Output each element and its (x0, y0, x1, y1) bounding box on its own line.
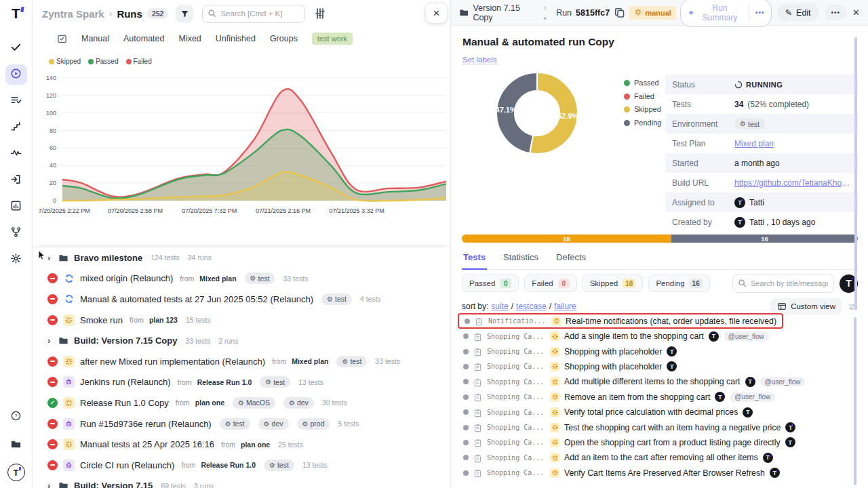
test-row[interactable]: Shopping Ca... Shopping with placeholder… (458, 359, 862, 374)
run-plan-link[interactable]: Mixed plan (199, 274, 236, 283)
env-badge[interactable]: ⚙test (220, 418, 250, 430)
close-details-button[interactable]: ✕ (852, 7, 860, 18)
sidebar-item-runs[interactable] (5, 64, 27, 85)
run-plan-link[interactable]: plan one (195, 399, 224, 407)
test-tag[interactable]: @user_flow (730, 392, 775, 402)
user-avatar[interactable]: T (734, 197, 745, 208)
run-row[interactable]: Manual tests at 25 Apr 2025 16:16frompla… (33, 434, 450, 455)
run-result-donut-chart[interactable]: 52.9%47.1% (494, 70, 580, 156)
folder-title[interactable]: Build: Version 7.15 (74, 481, 153, 488)
env-badge[interactable]: ⚙test (734, 118, 765, 129)
test-title[interactable]: Verify Cart Items Are Preserved After Br… (564, 468, 765, 478)
test-suite-name[interactable]: Notificatio... (488, 317, 547, 325)
test-title[interactable]: Add an item to the cart after removing a… (564, 453, 758, 462)
sidebar-item-branches[interactable] (5, 223, 27, 243)
test-title[interactable]: Remove an item from the shopping cart (564, 392, 710, 402)
list-scrollbar[interactable] (854, 317, 856, 485)
tab-statistics[interactable]: Statistics (502, 249, 540, 269)
test-suite-name[interactable]: Shopping Ca... (487, 378, 545, 386)
env-badge[interactable]: ⚙dev (258, 418, 289, 430)
panel-close-button[interactable]: ✕ (426, 3, 447, 23)
test-suite-name[interactable]: Shopping Ca... (487, 439, 545, 446)
run-plan-link[interactable]: plan 123 (149, 316, 178, 324)
tab-groups[interactable]: Groups (270, 34, 298, 43)
sidebar-item-steps[interactable] (5, 117, 27, 138)
test-suite-name[interactable]: Shopping Ca... (487, 424, 545, 431)
env-badge[interactable]: ⚙test (321, 293, 352, 305)
assignee-avatar[interactable]: T (785, 422, 795, 432)
filter-chip-passed[interactable]: Passed0 (462, 274, 519, 292)
test-suite-name[interactable]: Shopping Ca... (487, 409, 545, 416)
test-title[interactable]: Real-time notifications (chat, order upd… (566, 317, 776, 326)
assignee-avatar[interactable]: T (785, 437, 795, 447)
runs-search-input[interactable] (202, 5, 305, 23)
adjustments-icon[interactable] (314, 7, 326, 20)
test-row[interactable]: Shopping Ca... Open the shopping cart fr… (458, 435, 862, 450)
test-row[interactable]: Shopping Ca... Test the shopping cart wi… (458, 420, 862, 434)
test-row[interactable]: Shopping Ca... Add an item to the cart a… (458, 450, 862, 465)
test-title[interactable]: Add multiple different items to the shop… (564, 377, 741, 386)
tab-tests[interactable]: Tests (462, 249, 487, 270)
tab-unfinished[interactable]: Unfinished (216, 34, 256, 43)
set-labels-link[interactable]: Set labels (462, 56, 497, 64)
run-row[interactable]: mixed origin (Relaunch)fromMixed plan⚙te… (33, 268, 450, 289)
assignee-avatar[interactable]: T (667, 361, 677, 371)
assignee-avatar[interactable]: T (667, 346, 677, 357)
assignee-avatar[interactable]: T (745, 377, 755, 387)
tab-automated[interactable]: Automated (123, 34, 164, 43)
custom-view-button[interactable]: Custom view (770, 298, 842, 314)
env-badge[interactable]: ⚙prod (297, 418, 330, 430)
test-suite-name[interactable]: Shopping Ca... (487, 393, 545, 401)
tab-manual[interactable]: Manual (81, 34, 109, 43)
run-row[interactable]: Manual & automated tests at 27 Jun 2025 … (33, 289, 450, 310)
sort-link-failure[interactable]: failure (554, 302, 576, 311)
tag-badge-test-work[interactable]: test work (312, 33, 353, 45)
run-row[interactable]: after new Mixed run implementation (Rela… (33, 351, 450, 372)
test-title[interactable]: Shopping with placeholder (564, 362, 662, 371)
sidebar-item-sign-in[interactable] (5, 170, 27, 190)
run-title[interactable]: mixed origin (Relaunch) (80, 273, 173, 283)
sort-link-suite[interactable]: suite (491, 302, 508, 311)
chevron-right-icon[interactable]: › (47, 253, 53, 263)
filter-chip-failed[interactable]: Failed0 (524, 274, 576, 292)
run-summary-more-button[interactable]: ••• (749, 5, 771, 20)
env-badge[interactable]: ⚙test (264, 460, 294, 471)
test-row[interactable]: Shopping Ca... Verify Cart Items Are Pre… (458, 466, 862, 481)
test-row[interactable]: Shopping Ca... Shopping with placeholder… (458, 344, 862, 359)
sort-link-testcase[interactable]: testcase (516, 302, 547, 311)
test-row[interactable]: Shopping Ca... Remove an item from the s… (458, 390, 862, 405)
run-title[interactable]: Jenkins run (Relaunch) (80, 377, 171, 387)
assignee-avatar[interactable]: T (715, 392, 725, 402)
filter-chip-skipped[interactable]: Skipped18 (583, 274, 644, 292)
run-row[interactable]: ✓Release Run 1.0 Copyfromplan one⚙MacOS⚙… (33, 392, 450, 413)
sidebar-item-activity[interactable] (5, 144, 27, 164)
panel-scrollbar[interactable] (854, 37, 857, 310)
edit-button[interactable]: ✎Edit (777, 3, 819, 22)
board-check-icon[interactable] (57, 34, 67, 44)
env-badge[interactable]: ⚙MacOS (233, 397, 275, 409)
run-plan-link[interactable]: plan one (241, 441, 270, 449)
run-row[interactable]: Smoke runfromplan 12315 tests (33, 310, 450, 331)
env-badge[interactable]: ⚙test (260, 376, 290, 388)
run-title[interactable]: Manual tests at 25 Apr 2025 16:16 (80, 439, 214, 449)
run-title[interactable]: Run #15d9736e rerun (Relaunch) (80, 419, 212, 429)
test-title[interactable]: Test the shopping cart with an item havi… (564, 423, 781, 432)
app-logo[interactable]: T (12, 5, 20, 22)
run-title[interactable]: Smoke run (80, 315, 123, 325)
test-title[interactable]: Verify total price calculation with deci… (564, 407, 738, 417)
test-row-highlighted[interactable]: Notificatio... Real-time notifications (… (458, 313, 783, 329)
run-row[interactable]: Run #15d9736e rerun (Relaunch)⚙test⚙dev⚙… (33, 413, 450, 434)
run-row[interactable]: Jenkins run (Relaunch)fromRelease Run 1.… (33, 372, 450, 393)
test-title[interactable]: Open the shopping cart from a product li… (564, 438, 781, 447)
test-suite-name[interactable]: Shopping Ca... (487, 454, 545, 462)
folder-title[interactable]: Bravo milestone (74, 253, 142, 263)
breadcrumb-section[interactable]: Runs (117, 8, 142, 20)
breadcrumb-build[interactable]: Version 7.15 Copy (473, 3, 539, 22)
run-title[interactable]: Circle CI run (Relaunch) (80, 460, 174, 470)
tab-mixed[interactable]: Mixed (178, 34, 201, 43)
test-suite-name[interactable]: Shopping Ca... (487, 363, 545, 370)
runs-trend-chart[interactable]: 0204060801001201407/20/2025 2:22 PM07/20… (33, 68, 450, 221)
test-title[interactable]: Shopping with placeholder (564, 347, 662, 357)
more-actions-button[interactable]: ••• (825, 5, 848, 20)
run-folder-row[interactable]: › Build: Version 7.15 69 tests 3 runs (33, 476, 450, 488)
